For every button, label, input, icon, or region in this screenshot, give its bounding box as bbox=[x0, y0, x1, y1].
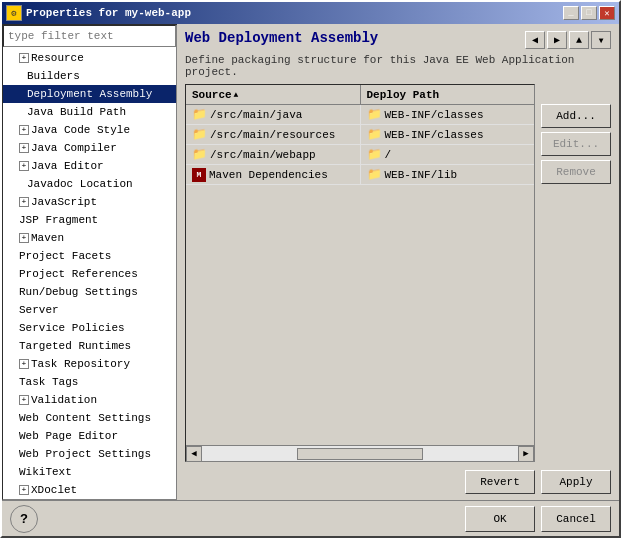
tree-item-task-tags[interactable]: Task Tags bbox=[3, 373, 176, 391]
tree-item-label: Project References bbox=[19, 266, 138, 282]
tree-item-label: Java Compiler bbox=[31, 140, 117, 156]
ok-button[interactable]: OK bbox=[465, 506, 535, 532]
tree-item-javadoc[interactable]: Javadoc Location bbox=[3, 175, 176, 193]
content-area: + Resource Builders Deployment Assembly … bbox=[2, 24, 619, 500]
tree-item-task-repository[interactable]: + Task Repository bbox=[3, 355, 176, 373]
tree-item-builders[interactable]: Builders bbox=[3, 67, 176, 85]
tree-item-label: Web Page Editor bbox=[19, 428, 118, 444]
remove-button[interactable]: Remove bbox=[541, 160, 611, 184]
left-panel: + Resource Builders Deployment Assembly … bbox=[2, 24, 177, 500]
scroll-thumb[interactable] bbox=[297, 448, 423, 460]
tree-item-label: Javadoc Location bbox=[27, 176, 133, 192]
tree-item-java-build-path[interactable]: Java Build Path bbox=[3, 103, 176, 121]
minimize-button[interactable]: _ bbox=[563, 6, 579, 20]
revert-button[interactable]: Revert bbox=[465, 470, 535, 494]
tree-item-resource[interactable]: + Resource bbox=[3, 49, 176, 67]
deploy-path-cell: 📁 WEB-INF/classes bbox=[361, 105, 535, 124]
nav-back-button[interactable]: ◀ bbox=[525, 31, 545, 49]
col-source: Source ▲ bbox=[186, 85, 361, 104]
deployment-table: Source ▲ Deploy Path 📁 /src/main/java bbox=[185, 84, 535, 462]
expand-icon: + bbox=[19, 53, 29, 63]
folder-icon: 📁 bbox=[192, 107, 207, 122]
nav-dropdown-button[interactable]: ▾ bbox=[591, 31, 611, 49]
deploy-path-cell: 📁 / bbox=[361, 145, 535, 164]
help-button[interactable]: ? bbox=[10, 505, 38, 533]
sort-icon: ▲ bbox=[234, 90, 239, 99]
main-window: ⚙ Properties for my-web-app _ □ ✕ + Reso… bbox=[0, 0, 621, 538]
tree-item-label: Server bbox=[19, 302, 59, 318]
cancel-button[interactable]: Cancel bbox=[541, 506, 611, 532]
expand-icon: + bbox=[19, 161, 29, 171]
tree-item-java-compiler[interactable]: + Java Compiler bbox=[3, 139, 176, 157]
tree-item-label: Resource bbox=[31, 50, 84, 66]
tree-item-project-references[interactable]: Project References bbox=[3, 265, 176, 283]
tree-item-maven[interactable]: + Maven bbox=[3, 229, 176, 247]
close-button[interactable]: ✕ bbox=[599, 6, 615, 20]
source-cell: 📁 /src/main/resources bbox=[186, 125, 361, 144]
table-row[interactable]: 📁 /src/main/webapp 📁 / bbox=[186, 145, 534, 165]
scroll-track[interactable] bbox=[202, 446, 518, 462]
tree-item-label: Run/Debug Settings bbox=[19, 284, 138, 300]
tree-item-web-project-settings[interactable]: Web Project Settings bbox=[3, 445, 176, 463]
deploy-path-cell: 📁 WEB-INF/classes bbox=[361, 125, 535, 144]
tree-item-deployment-assembly[interactable]: Deployment Assembly bbox=[3, 85, 176, 103]
tree-item-label: Builders bbox=[27, 68, 80, 84]
source-cell: M Maven Dependencies bbox=[186, 165, 361, 184]
tree-item-server[interactable]: Server bbox=[3, 301, 176, 319]
tree-item-label: WikiText bbox=[19, 464, 72, 480]
tree-item-label: Validation bbox=[31, 392, 97, 408]
window-icon: ⚙ bbox=[6, 5, 22, 21]
folder-icon: 📁 bbox=[192, 147, 207, 162]
tree-item-label: Task Tags bbox=[19, 374, 78, 390]
table-action-buttons: Add... Edit... Remove bbox=[535, 84, 611, 462]
scroll-left-button[interactable]: ◀ bbox=[186, 446, 202, 462]
expand-icon: + bbox=[19, 233, 29, 243]
maven-icon: M bbox=[192, 168, 206, 182]
apply-button[interactable]: Apply bbox=[541, 470, 611, 494]
tree-item-label: Deployment Assembly bbox=[27, 86, 152, 102]
folder-icon: 📁 bbox=[367, 147, 382, 162]
scroll-right-button[interactable]: ▶ bbox=[518, 446, 534, 462]
folder-icon: 📁 bbox=[367, 167, 382, 182]
tree-item-validation[interactable]: + Validation bbox=[3, 391, 176, 409]
tree-item-web-content-settings[interactable]: Web Content Settings bbox=[3, 409, 176, 427]
maximize-button[interactable]: □ bbox=[581, 6, 597, 20]
nav-forward-button[interactable]: ▶ bbox=[547, 31, 567, 49]
tree-item-jsp-fragment[interactable]: JSP Fragment bbox=[3, 211, 176, 229]
tree-item-javascript[interactable]: + JavaScript bbox=[3, 193, 176, 211]
tree-item-service-policies[interactable]: Service Policies bbox=[3, 319, 176, 337]
add-button[interactable]: Add... bbox=[541, 104, 611, 128]
tree-item-label: JavaScript bbox=[31, 194, 97, 210]
tree-item-java-editor[interactable]: + Java Editor bbox=[3, 157, 176, 175]
tree-item-label: Web Content Settings bbox=[19, 410, 151, 426]
tree-item-label: Java Build Path bbox=[27, 104, 126, 120]
tree-item-targeted-runtimes[interactable]: Targeted Runtimes bbox=[3, 337, 176, 355]
table-row[interactable]: 📁 /src/main/resources 📁 WEB-INF/classes bbox=[186, 125, 534, 145]
edit-button[interactable]: Edit... bbox=[541, 132, 611, 156]
table-row[interactable]: M Maven Dependencies 📁 WEB-INF/lib bbox=[186, 165, 534, 185]
tree-item-java-code-style[interactable]: + Java Code Style bbox=[3, 121, 176, 139]
tree-item-label: Task Repository bbox=[31, 356, 130, 372]
tree-item-xdoclet[interactable]: + XDoclet bbox=[3, 481, 176, 499]
expand-icon: + bbox=[19, 143, 29, 153]
panel-title: Web Deployment Assembly bbox=[185, 30, 378, 46]
horizontal-scrollbar[interactable]: ◀ ▶ bbox=[186, 445, 534, 461]
filter-input[interactable] bbox=[3, 25, 176, 47]
expand-icon: + bbox=[19, 197, 29, 207]
window-title: Properties for my-web-app bbox=[26, 7, 559, 19]
tree-item-label: Java Editor bbox=[31, 158, 104, 174]
nav-up-button[interactable]: ▲ bbox=[569, 31, 589, 49]
source-cell: 📁 /src/main/java bbox=[186, 105, 361, 124]
table-header: Source ▲ Deploy Path bbox=[186, 85, 534, 105]
table-body: 📁 /src/main/java 📁 WEB-INF/classes bbox=[186, 105, 534, 445]
tree-item-wikitext[interactable]: WikiText bbox=[3, 463, 176, 481]
tree-item-web-page-editor[interactable]: Web Page Editor bbox=[3, 427, 176, 445]
bottom-bar: ? OK Cancel bbox=[2, 500, 619, 536]
tree-item-label: Maven bbox=[31, 230, 64, 246]
tree-item-project-facets[interactable]: Project Facets bbox=[3, 247, 176, 265]
tree-area: + Resource Builders Deployment Assembly … bbox=[3, 47, 176, 499]
source-cell: 📁 /src/main/webapp bbox=[186, 145, 361, 164]
tree-item-run-debug[interactable]: Run/Debug Settings bbox=[3, 283, 176, 301]
table-row[interactable]: 📁 /src/main/java 📁 WEB-INF/classes bbox=[186, 105, 534, 125]
col-deploy-path: Deploy Path bbox=[361, 85, 535, 104]
